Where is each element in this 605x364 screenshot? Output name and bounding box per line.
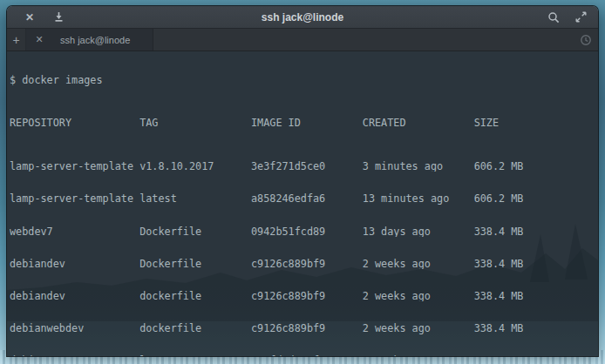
command-text: $ docker images bbox=[10, 75, 103, 85]
table-row: webdev7 Dockerfile 0942b51fcd89 13 days … bbox=[10, 226, 598, 237]
cell-created: 2 weeks ago bbox=[363, 323, 474, 334]
header-created: CREATED bbox=[363, 118, 474, 128]
cell-tag: latest bbox=[139, 355, 251, 356]
table-row: debiandev Dockerfile c9126c889bf9 2 week… bbox=[10, 259, 598, 269]
cell-size: 606.2 MB bbox=[474, 193, 524, 204]
cell-image-id: c9126c889bf9 bbox=[251, 259, 363, 269]
cell-size: 338.4 MB bbox=[474, 226, 524, 237]
table-row: lamp-server-template v1.8.10.2017 3e3f27… bbox=[10, 161, 598, 172]
tabbar-spacer bbox=[153, 29, 574, 51]
cell-tag: dockerfile bbox=[139, 323, 251, 334]
cell-repository: webdev7 bbox=[10, 226, 139, 237]
cell-created: 13 minutes ago bbox=[363, 193, 474, 204]
table-row: debianwebdev dockerfile c9126c889bf9 2 w… bbox=[10, 323, 598, 334]
header-image-id: IMAGE ID bbox=[251, 118, 363, 128]
cell-repository: debiandev bbox=[10, 291, 139, 301]
cell-tag: latest bbox=[139, 193, 251, 204]
tab-bar: + ✕ ssh jack@linode bbox=[7, 29, 598, 51]
tab-ssh-session[interactable]: ✕ ssh jack@linode bbox=[26, 29, 153, 51]
cell-repository: debianwebdev bbox=[10, 323, 139, 334]
cell-tag: dockerfile bbox=[139, 291, 251, 301]
cell-tag: Dockerfile bbox=[139, 226, 251, 237]
tab-title: ssh jack@linode bbox=[60, 35, 130, 45]
cell-repository: debian bbox=[10, 355, 139, 356]
table-row: debiandev dockerfile c9126c889bf9 2 week… bbox=[10, 291, 598, 301]
cell-tag: Dockerfile bbox=[139, 259, 251, 269]
cell-size: 338.4 MB bbox=[474, 259, 524, 269]
new-tab-button[interactable]: + bbox=[7, 29, 26, 51]
close-window-icon[interactable]: ✕ bbox=[22, 10, 37, 25]
header-repository: REPOSITORY bbox=[10, 118, 139, 128]
terminal-window: ssh jack@linode ✕ bbox=[7, 6, 598, 356]
tab-close-icon[interactable]: ✕ bbox=[26, 34, 51, 45]
cell-tag: v1.8.10.2017 bbox=[139, 161, 251, 172]
cell-created: 13 days ago bbox=[363, 226, 474, 237]
window-title: ssh jack@linode bbox=[7, 11, 598, 24]
cell-created: 3 minutes ago bbox=[363, 161, 474, 172]
cell-image-id: 0942b51fcd89 bbox=[251, 226, 363, 237]
cell-image-id: a20fd0d59cf1 bbox=[251, 355, 363, 356]
cell-size: 338.4 MB bbox=[474, 291, 524, 301]
titlebar-right-controls bbox=[546, 10, 598, 25]
cell-image-id: c9126c889bf9 bbox=[251, 323, 363, 334]
cell-created: 2 weeks ago bbox=[363, 355, 474, 356]
desktop-wallpaper: { "window": { "title": "ssh jack@linode"… bbox=[0, 0, 605, 364]
fullscreen-icon[interactable] bbox=[573, 10, 588, 25]
table-header-row: REPOSITORY TAG IMAGE ID CREATED SIZE bbox=[10, 118, 598, 128]
header-tag: TAG bbox=[139, 118, 251, 128]
titlebar: ssh jack@linode ✕ bbox=[7, 6, 598, 29]
terminal-pane[interactable]: $ docker images REPOSITORY TAG IMAGE ID … bbox=[7, 51, 598, 356]
command-line: $ docker images bbox=[10, 75, 598, 85]
cell-image-id: a858246edfa6 bbox=[251, 193, 363, 204]
titlebar-left-controls: ✕ bbox=[7, 10, 66, 25]
cell-size: 338.4 MB bbox=[474, 323, 524, 334]
header-size: SIZE bbox=[474, 118, 499, 128]
cell-repository: debiandev bbox=[10, 259, 139, 269]
table-row: lamp-server-template latest a858246edfa6… bbox=[10, 193, 598, 204]
cell-image-id: c9126c889bf9 bbox=[251, 291, 363, 301]
table-row: debian latest a20fd0d59cf1 2 weeks ago 1… bbox=[10, 355, 598, 356]
cell-created: 2 weeks ago bbox=[363, 291, 474, 301]
arrow-down-to-bar-icon[interactable] bbox=[51, 10, 66, 25]
cell-size: 606.2 MB bbox=[474, 161, 524, 172]
cell-created: 2 weeks ago bbox=[363, 259, 474, 269]
cell-image-id: 3e3f271d5ce0 bbox=[251, 161, 363, 172]
cell-size: 100.1 MB bbox=[474, 355, 524, 356]
history-clock-icon[interactable] bbox=[574, 29, 598, 51]
terminal-output: $ docker images REPOSITORY TAG IMAGE ID … bbox=[7, 51, 598, 356]
cell-repository: lamp-server-template bbox=[10, 161, 139, 172]
search-icon[interactable] bbox=[546, 10, 561, 25]
cell-repository: lamp-server-template bbox=[10, 193, 139, 204]
